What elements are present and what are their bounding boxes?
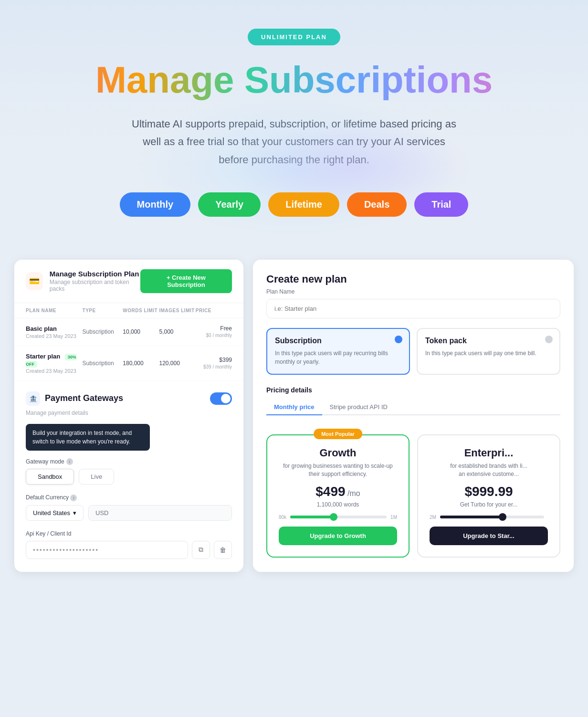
hero-badge: UNLIMITED PLAN bbox=[248, 29, 340, 45]
token-pack-radio bbox=[545, 336, 553, 343]
table-row: Basic plan Created 23 May 2023 Subscript… bbox=[14, 318, 243, 346]
plan-starter: Starter plan 30% OFF Created 23 May 2023 bbox=[26, 353, 83, 374]
plan-name-basic: Basic plan bbox=[26, 325, 83, 332]
pricing-cards-section: Most Popular Growth for growing business… bbox=[253, 415, 574, 572]
plan-monthly-starter: $39 / monthly bbox=[203, 364, 232, 369]
subscription-radio bbox=[395, 336, 402, 343]
token-pack-type-name: Token pack bbox=[425, 337, 552, 345]
payment-icon: 🏦 bbox=[26, 391, 40, 406]
plan-created-basic: Created 23 May 2023 bbox=[26, 333, 83, 339]
token-pack-type-desc: In this type pack users will pay one tim… bbox=[425, 349, 552, 358]
currency-row: United States ▾ USD bbox=[26, 505, 232, 521]
api-key-input[interactable] bbox=[26, 541, 188, 559]
plan-price-starter: $399$39 / monthly bbox=[196, 357, 232, 370]
col-plan-name: PLAN NAME bbox=[26, 308, 83, 313]
plan-words-basic: 10,000 bbox=[123, 328, 159, 335]
api-label: Api Key / Client Id bbox=[26, 530, 232, 537]
payment-desc: Manage payment details bbox=[26, 410, 232, 416]
upgrade-growth-button[interactable]: Upgrade to Growth bbox=[279, 527, 397, 545]
pill-yearly[interactable]: Yearly bbox=[198, 192, 261, 217]
payment-section: 🏦 Payment Gateways Manage payment detail… bbox=[14, 381, 243, 569]
subscription-type-desc: In this type pack users will pay recurri… bbox=[275, 349, 401, 366]
subscription-type-card[interactable]: Subscription In this type pack users wil… bbox=[266, 328, 410, 375]
tab-monthly-price[interactable]: Monthly price bbox=[266, 400, 322, 415]
create-subscription-button[interactable]: + Create New Subscription bbox=[140, 269, 232, 293]
col-images: IMAGES LIMIT bbox=[159, 308, 196, 313]
live-mode-button[interactable]: Live bbox=[79, 469, 114, 485]
growth-slider-thumb[interactable] bbox=[330, 513, 337, 521]
card-header-text: Manage Subscription Plan Manage subscrip… bbox=[50, 270, 140, 292]
growth-plan-price: $499 /mo bbox=[279, 484, 397, 499]
currency-select[interactable]: United States ▾ bbox=[26, 505, 84, 521]
growth-slider-track[interactable] bbox=[290, 516, 387, 518]
enterprise-plan-title: Enterpri... bbox=[430, 447, 548, 459]
plan-name-starter: Starter plan 30% OFF bbox=[26, 353, 83, 367]
plan-images-starter: 120,000 bbox=[159, 360, 196, 367]
growth-slider-fill bbox=[290, 516, 334, 518]
filter-pills: Monthly Yearly Lifetime Deals Trial bbox=[38, 192, 550, 217]
table-header: PLAN NAME TYPE WORDS LIMIT IMAGES LIMIT … bbox=[14, 303, 243, 318]
plan-type-row: Subscription In this type pack users wil… bbox=[266, 328, 560, 375]
payment-toggle[interactable] bbox=[210, 392, 232, 405]
card-title: Manage Subscription Plan bbox=[50, 270, 140, 278]
growth-slider-min: 80k bbox=[279, 515, 286, 520]
plan-words-starter: 180,000 bbox=[123, 360, 159, 367]
enterprise-slider-fill bbox=[440, 516, 503, 518]
pricing-tabs: Monthly price Stripe product API ID bbox=[266, 400, 560, 415]
enterprise-plan-card: Enterpri... for established brands with … bbox=[417, 434, 560, 558]
token-pack-type-card[interactable]: Token pack In this type pack users will … bbox=[417, 328, 560, 375]
card-icon: 💳 bbox=[26, 272, 43, 290]
plan-name-input[interactable] bbox=[266, 299, 560, 318]
plan-created-starter: Created 23 May 2023 bbox=[26, 368, 83, 374]
growth-slider-row: 80k 1M bbox=[279, 515, 397, 520]
plan-basic: Basic plan Created 23 May 2023 bbox=[26, 325, 83, 339]
enterprise-plan-desc: for established brands with li...an exte… bbox=[430, 462, 548, 478]
plan-type-starter: Subscription bbox=[83, 360, 123, 367]
upgrade-enterprise-button[interactable]: Upgrade to Star... bbox=[430, 527, 548, 545]
col-type: TYPE bbox=[83, 308, 123, 313]
payment-title: 🏦 Payment Gateways bbox=[26, 391, 123, 406]
enterprise-plan-price: $999.99 bbox=[430, 484, 548, 499]
plan-images-basic: 5,000 bbox=[159, 328, 196, 335]
delete-icon-button[interactable]: 🗑 bbox=[214, 541, 232, 559]
right-card-content: Create new plan Plan Name Subscription I… bbox=[253, 260, 574, 415]
currency-info-icon: i bbox=[70, 495, 77, 501]
currency-label: Default Currency i bbox=[26, 494, 232, 501]
hero-section: UNLIMITED PLAN Manage Subscriptions Ulti… bbox=[0, 0, 588, 245]
enterprise-slider-track[interactable] bbox=[440, 516, 544, 518]
plan-price-basic: Free$0 / monthly bbox=[196, 325, 232, 338]
col-price: PRICE bbox=[196, 308, 232, 313]
enterprise-slider-thumb[interactable] bbox=[499, 513, 506, 521]
hero-description: Ultimate AI supports prepaid, subscripti… bbox=[127, 115, 461, 169]
growth-plan-title: Growth bbox=[279, 447, 397, 459]
growth-plan-words: 1,100,000 words bbox=[279, 501, 397, 508]
enterprise-slider-row: 2M bbox=[430, 515, 548, 520]
growth-price-period: /mo bbox=[346, 489, 360, 497]
pill-deals[interactable]: Deals bbox=[347, 192, 407, 217]
pill-trial[interactable]: Trial bbox=[414, 192, 468, 217]
gateway-mode-label: Gateway mode i bbox=[26, 458, 232, 465]
right-card: Create new plan Plan Name Subscription I… bbox=[253, 260, 574, 572]
enterprise-plan-words: Get Turbo for your er... bbox=[430, 501, 548, 508]
plan-name-field-label: Plan Name bbox=[266, 288, 560, 295]
sandbox-mode-button[interactable]: Sandbox bbox=[26, 469, 74, 485]
copy-icon-button[interactable]: ⧉ bbox=[192, 541, 210, 559]
tab-stripe-api-id[interactable]: Stripe product API ID bbox=[322, 400, 395, 414]
api-input-row: ⧉ 🗑 bbox=[26, 541, 232, 559]
left-card: 💳 Manage Subscription Plan Manage subscr… bbox=[14, 260, 243, 572]
pill-lifetime[interactable]: Lifetime bbox=[268, 192, 339, 217]
card-header-left: 💳 Manage Subscription Plan Manage subscr… bbox=[26, 270, 140, 292]
enterprise-slider-min: 2M bbox=[430, 515, 436, 520]
info-icon: i bbox=[66, 458, 73, 465]
hero-title: Manage Subscriptions bbox=[38, 60, 550, 101]
mode-row: Sandbox Live bbox=[26, 469, 232, 485]
pricing-details-title: Pricing details bbox=[266, 386, 560, 394]
growth-plan-desc: for growing businesses wanting to scale-… bbox=[279, 462, 397, 478]
payment-header: 🏦 Payment Gateways bbox=[26, 391, 232, 406]
card-subtitle: Manage subscription and token packs bbox=[50, 279, 140, 292]
currency-usd: USD bbox=[88, 505, 232, 521]
discount-badge: 30% OFF bbox=[26, 354, 76, 368]
tooltip-message: Build your integration in test mode, and… bbox=[26, 424, 150, 451]
pill-monthly[interactable]: Monthly bbox=[120, 192, 191, 217]
plan-type-basic: Subscription bbox=[83, 328, 123, 335]
